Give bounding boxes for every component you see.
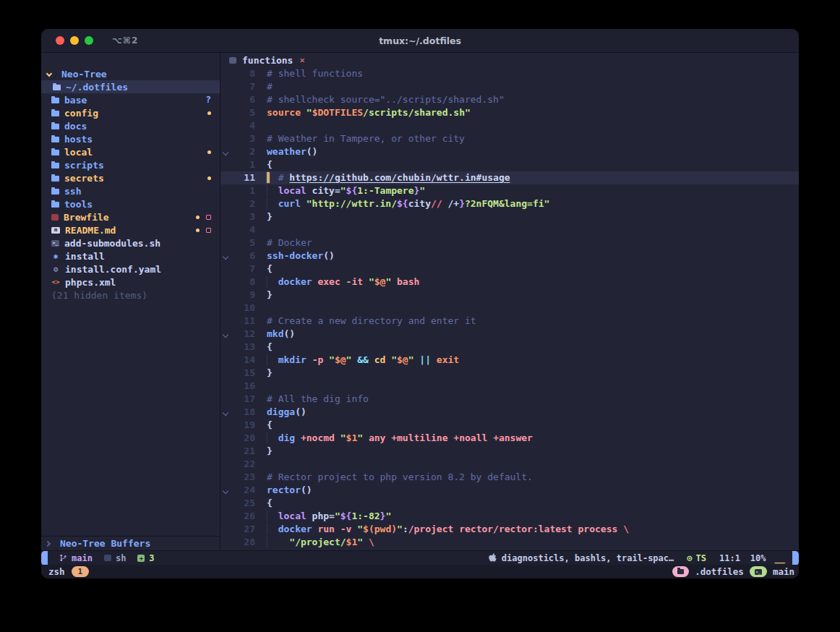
folder-icon (51, 202, 59, 208)
tree-item-readme-md[interactable]: mREADME.md (41, 223, 220, 236)
code-line[interactable]: 3# Weather in Tampere, or other city (220, 132, 799, 145)
code-line[interactable]: 5source "$DOTFILES/scripts/shared.sh" (220, 106, 799, 119)
code-line[interactable]: 21} (220, 445, 799, 458)
modified-dot-badge (207, 111, 211, 115)
code-line[interactable]: 8# shell functions (220, 67, 799, 80)
neo-tree-buffers-header[interactable]: Neo-Tree Buffers (41, 537, 220, 550)
tmux-host-branch: main (773, 566, 794, 577)
code-text: { (255, 158, 273, 171)
cursor-position: 11:1 (719, 553, 740, 563)
code-line[interactable]: 14▏ mkdir -p "$@" && cd "$@" || exit (220, 354, 799, 367)
code-line[interactable]: 15} (220, 367, 799, 380)
tab-functions[interactable]: functions (242, 55, 293, 66)
code-text: ▏ local city="${1:-Tampere}" (255, 184, 425, 197)
line-number: 6 (231, 93, 255, 106)
tree-item-label: base (64, 95, 87, 106)
code-line[interactable]: 6# shellcheck source="../scripts/shared.… (220, 93, 799, 106)
line-number: 4 (231, 119, 255, 132)
code-line[interactable]: 16 (220, 380, 799, 393)
line-number: 5 (231, 236, 255, 249)
code-text (255, 223, 267, 236)
code-line[interactable]: 25{ (220, 497, 799, 510)
tree-item-add-submodules-sh[interactable]: >_add-submodules.sh (41, 236, 220, 249)
close-buffer-icon[interactable]: ✕ (299, 55, 304, 65)
folder-icon (51, 176, 59, 182)
code-text: # Docker (255, 236, 312, 249)
code-line[interactable]: 12mkd() (220, 328, 799, 341)
tree-item-scripts[interactable]: scripts (41, 158, 220, 171)
code-text (255, 380, 267, 393)
code-line[interactable]: 11# Create a new directory and enter it (220, 315, 799, 328)
code-line[interactable]: 1{ (220, 158, 799, 171)
code-line[interactable]: 24rector() (220, 484, 799, 497)
code-line[interactable]: 20▏ dig +nocmd "$1" any +multiline +noal… (220, 432, 799, 445)
fold-chevron-icon[interactable] (223, 332, 228, 338)
code-line[interactable]: 9} (220, 289, 799, 302)
line-number: 7 (231, 80, 255, 93)
main-area: Neo-Tree ~/.dotfilesbase?configdocshosts… (41, 53, 799, 550)
tree-item-tools[interactable]: tools (41, 197, 220, 210)
tree-item-secrets[interactable]: secrets (41, 171, 220, 184)
code-line[interactable]: 4 (220, 223, 799, 236)
fold-chevron-icon[interactable] (223, 254, 228, 260)
tree-item-hosts[interactable]: hosts (41, 132, 220, 145)
fold-chevron-icon[interactable] (223, 150, 228, 155)
line-number: 3 (231, 210, 255, 223)
code-line[interactable]: 4 (220, 119, 799, 132)
tree-item-ssh[interactable]: ssh (41, 184, 220, 197)
fold-chevron-icon[interactable] (223, 410, 228, 416)
tmux-window-index-badge[interactable]: 1 (72, 566, 90, 577)
tree-item-install-conf-yaml[interactable]: ⚙install.conf.yaml (41, 262, 220, 276)
code-line[interactable]: 23# Rector project to php version 8.2 by… (220, 471, 799, 484)
code-line[interactable]: 8▏ docker exec -it "$@" bash (220, 276, 799, 289)
tree-item-install[interactable]: ✱install (41, 249, 220, 262)
tree-item-local[interactable]: local (41, 145, 220, 158)
git-status-badges (196, 228, 211, 233)
unstaged-square-badge (206, 228, 211, 233)
line-number: 5 (231, 106, 255, 119)
code-line-current[interactable]: 11▌ # https://github.com/chubin/wttr.in#… (220, 171, 799, 184)
line-number: 6 (231, 249, 255, 262)
code-line[interactable]: 10 (220, 302, 799, 315)
code-line[interactable]: 5# Docker (220, 236, 799, 249)
added-count: 3 (149, 553, 154, 563)
code-line[interactable]: 18digga() (220, 406, 799, 419)
code-line[interactable]: 7# (220, 80, 799, 93)
neo-tree-list: Neo-Tree ~/.dotfilesbase?configdocshosts… (41, 53, 220, 536)
tmux-host-badge: >_ (750, 566, 767, 577)
tmux-session-badge (672, 566, 689, 577)
code-line[interactable]: 19{ (220, 419, 799, 432)
code-line[interactable]: 26▏ local php="${1:-82}" (220, 510, 799, 523)
code-buffer[interactable]: 8# shell functions7#6# shellcheck source… (220, 67, 799, 550)
code-line[interactable]: 6ssh-docker() (220, 249, 799, 262)
tree-item--dotfiles[interactable]: ~/.dotfiles (41, 80, 220, 93)
line-number: 16 (231, 380, 255, 393)
tree-item-docs[interactable]: docs (41, 119, 220, 132)
tree-item--21-hidden-items-[interactable]: (21 hidden items) (41, 289, 220, 302)
code-line[interactable]: 17# All the dig info (220, 393, 799, 406)
tmux-session-name: .dotfiles (695, 566, 744, 577)
code-line[interactable]: 2weather() (220, 145, 799, 158)
brewfile-icon (51, 214, 59, 221)
tree-item-brewfile[interactable]: Brewfile (41, 210, 220, 223)
tree-item-config[interactable]: config (41, 106, 220, 119)
scroll-progress: 10% (750, 553, 766, 563)
tree-item-label: tools (64, 199, 93, 210)
shell-script-icon: >_ (51, 240, 59, 247)
fold-chevron-icon[interactable] (223, 488, 228, 494)
code-line[interactable]: 22 (220, 458, 799, 471)
code-line[interactable]: 1▏ local city="${1:-Tampere}" (220, 184, 799, 197)
code-line[interactable]: 3} (220, 210, 799, 223)
code-line[interactable]: 28▏ "/project/$1" \ (220, 536, 799, 549)
code-line[interactable]: 27▏ docker run -v "$(pwd)":/project rect… (220, 523, 799, 536)
code-line[interactable]: 13{ (220, 341, 799, 354)
code-line[interactable]: 2▏ curl "http://wttr.in/${city// /+}?2nF… (220, 197, 799, 210)
line-number: 23 (231, 471, 255, 484)
code-line[interactable]: 7{ (220, 262, 799, 276)
neo-tree-header[interactable]: Neo-Tree (41, 67, 220, 80)
tree-item-phpcs-xml[interactable]: <>phpcs.xml (41, 276, 220, 289)
line-number: 2 (231, 145, 255, 158)
tmux-window-name[interactable]: zsh (48, 566, 65, 577)
code-text: # Weather in Tampere, or other city (255, 132, 465, 145)
tree-item-base[interactable]: base? (41, 93, 220, 106)
